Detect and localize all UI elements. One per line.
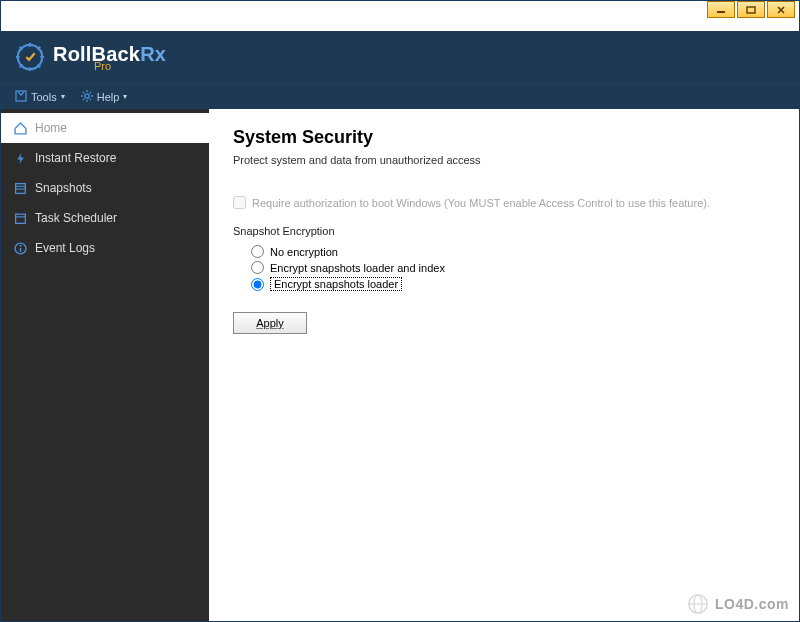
calendar-icon — [13, 211, 27, 225]
sidebar-item-label: Home — [35, 121, 67, 135]
radio-no-encryption-label: No encryption — [270, 246, 338, 258]
window-titlebar — [1, 1, 799, 31]
sidebar-item-label: Event Logs — [35, 241, 95, 255]
sidebar-item-home[interactable]: Home — [1, 113, 209, 143]
gear-icon — [81, 90, 93, 104]
radio-loader-index-label: Encrypt snapshots loader and index — [270, 262, 445, 274]
page-subtitle: Protect system and data from unauthorize… — [233, 154, 775, 166]
maximize-button[interactable] — [737, 1, 765, 18]
radio-loader-index-input[interactable] — [251, 261, 264, 274]
radio-loader-input[interactable] — [251, 278, 264, 291]
svg-point-14 — [84, 93, 88, 97]
app-header: RollBackRx Pro Tools ▾ Help ▾ — [1, 31, 799, 109]
watermark: LO4D.com — [687, 593, 789, 615]
tools-icon — [15, 90, 27, 104]
svg-line-19 — [83, 92, 84, 93]
brand: RollBackRx Pro — [1, 31, 799, 83]
minimize-button[interactable] — [707, 1, 735, 18]
require-auth-label: Require authorization to boot Windows (Y… — [252, 197, 710, 209]
app-logo-icon — [15, 42, 45, 72]
home-icon — [13, 121, 27, 135]
svg-point-30 — [19, 244, 21, 246]
svg-rect-27 — [15, 214, 25, 223]
app-body: Home Instant Restore Snapshots Task Sche… — [1, 109, 799, 621]
sidebar-item-task-scheduler[interactable]: Task Scheduler — [1, 203, 209, 233]
svg-line-21 — [89, 92, 90, 93]
sidebar-item-label: Task Scheduler — [35, 211, 117, 225]
encryption-section-label: Snapshot Encryption — [233, 225, 775, 237]
sidebar-item-label: Instant Restore — [35, 151, 116, 165]
menu-help-label: Help — [97, 91, 120, 103]
close-button[interactable] — [767, 1, 795, 18]
info-icon — [13, 241, 27, 255]
menu-help[interactable]: Help ▾ — [81, 90, 128, 104]
radio-no-encryption[interactable]: No encryption — [251, 245, 775, 258]
apply-button[interactable]: Apply — [233, 312, 307, 334]
svg-line-20 — [89, 98, 90, 99]
snapshots-icon — [13, 181, 27, 195]
require-auth-checkbox — [233, 196, 246, 209]
watermark-text: LO4D.com — [715, 596, 789, 612]
radio-loader-index[interactable]: Encrypt snapshots loader and index — [251, 261, 775, 274]
svg-line-22 — [83, 98, 84, 99]
sidebar-item-snapshots[interactable]: Snapshots — [1, 173, 209, 203]
caret-down-icon: ▾ — [61, 92, 65, 101]
menu-tools-label: Tools — [31, 91, 57, 103]
svg-rect-1 — [747, 7, 755, 13]
sidebar-item-event-logs[interactable]: Event Logs — [1, 233, 209, 263]
sidebar-item-instant-restore[interactable]: Instant Restore — [1, 143, 209, 173]
caret-down-icon: ▾ — [123, 92, 127, 101]
app-window: RollBackRx Pro Tools ▾ Help ▾ — [0, 0, 800, 622]
radio-loader-label: Encrypt snapshots loader — [270, 277, 402, 291]
page-title: System Security — [233, 127, 775, 148]
content-pane: System Security Protect system and data … — [209, 109, 799, 621]
svg-rect-13 — [16, 91, 26, 101]
menu-tools[interactable]: Tools ▾ — [15, 90, 65, 104]
radio-loader[interactable]: Encrypt snapshots loader — [251, 277, 775, 291]
sidebar: Home Instant Restore Snapshots Task Sche… — [1, 109, 209, 621]
globe-icon — [687, 593, 709, 615]
svg-marker-23 — [17, 153, 24, 164]
brand-subtitle: Pro — [94, 62, 166, 70]
sidebar-item-label: Snapshots — [35, 181, 92, 195]
menubar: Tools ▾ Help ▾ — [1, 83, 799, 109]
require-auth-row: Require authorization to boot Windows (Y… — [233, 196, 775, 209]
radio-no-encryption-input[interactable] — [251, 245, 264, 258]
lightning-icon — [13, 151, 27, 165]
